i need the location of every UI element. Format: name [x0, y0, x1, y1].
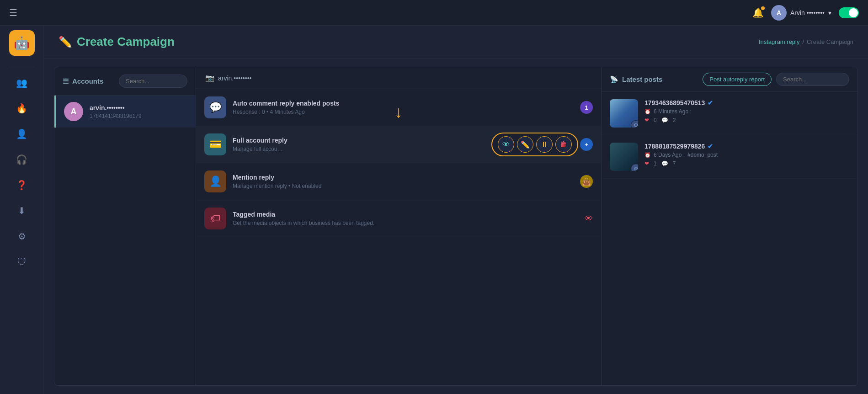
- heart-icon-1: ❤: [644, 117, 649, 123]
- sidebar-item-shield[interactable]: 🛡: [10, 250, 34, 274]
- latest-posts-panel: 📡 Latest posts Post autoreply report ⚙ 1…: [602, 67, 857, 385]
- campaign-badge-auto-comment[interactable]: 1: [580, 101, 593, 114]
- verified-icon-2: ✔: [708, 143, 713, 150]
- view-action-btn[interactable]: 👁: [498, 136, 514, 153]
- post-time-2: 6 Days Ago :: [654, 152, 685, 158]
- campaign-badge-full[interactable]: +: [580, 138, 593, 151]
- latest-posts-label: Latest posts: [622, 75, 662, 83]
- post-stats-2: ❤ 1 💬 7: [644, 160, 849, 167]
- campaign-info-auto-comment: Auto comment reply enabled posts Respons…: [233, 100, 574, 115]
- delete-action-btn[interactable]: 🗑: [555, 136, 572, 153]
- page-title-icon: ✏️: [59, 36, 72, 48]
- sidebar-divider: [9, 66, 35, 66]
- main-layout: 🤖 👥 🔥 👤 🎧 ❓ ⬇ ⚙ 🛡 ✏️ Create Campaign Ins…: [0, 26, 868, 394]
- username-label: Arvin ••••••••: [790, 9, 825, 16]
- instagram-icon: 📷: [205, 74, 214, 82]
- sidebar-item-help[interactable]: ❓: [10, 173, 34, 197]
- topnav-right: 🔔 A Arvin •••••••• ▾: [752, 5, 859, 21]
- view-tagged-btn[interactable]: 👁: [585, 214, 593, 224]
- accounts-header: ☰ Accounts: [54, 67, 196, 96]
- page-title: Create Campaign: [77, 35, 175, 49]
- middle-panel: 📷 arvin.•••••••• 💬 Auto comment reply en…: [196, 67, 602, 385]
- post-stats-1: ❤ 0 💬 2: [644, 117, 849, 123]
- user-info: A Arvin •••••••• ▾: [771, 5, 831, 21]
- post-comments-2: 7: [673, 160, 676, 167]
- account-avatar: A: [64, 102, 83, 121]
- campaign-name-tagged: Tagged media: [233, 211, 578, 218]
- action-buttons-overlay: 👁 ✏️ ⏸ 🗑: [491, 133, 578, 156]
- notification-dot: [761, 6, 765, 10]
- post-thumb-1: ⚙: [610, 99, 638, 128]
- middle-header: 📷 arvin.••••••••: [196, 67, 601, 89]
- arrow-indicator: ↓: [394, 102, 403, 122]
- campaign-item-mention: 👤 Mention reply Manage mention reply • N…: [196, 163, 601, 200]
- campaign-badge-mention[interactable]: 👜: [580, 175, 593, 188]
- ig-handle: arvin.••••••••: [218, 75, 251, 82]
- breadcrumb: Instagram reply / Create Campaign: [759, 38, 853, 45]
- post-id-text-1: 17934636895470513: [644, 99, 705, 106]
- latest-posts-header: 📡 Latest posts Post autoreply report: [602, 67, 857, 92]
- campaign-name-mention: Mention reply: [233, 174, 574, 181]
- campaign-icon-full-account: 💳: [204, 133, 226, 155]
- post-autoreply-report-btn[interactable]: Post autoreply report: [703, 73, 772, 86]
- logo-icon: 🤖: [14, 36, 30, 51]
- campaign-icon-tagged: 🏷: [204, 208, 226, 229]
- post-gear-badge-2[interactable]: ⚙: [631, 164, 638, 171]
- latest-posts-icon: 📡: [610, 75, 618, 84]
- comment-icon-1: 💬: [661, 117, 668, 123]
- campaign-sub-tagged: Get the media objects in which business …: [233, 220, 578, 226]
- post-hearts-1: 0: [654, 117, 657, 123]
- post-hashtag-2: #demo_post: [687, 152, 718, 158]
- post-comments-1: 2: [673, 117, 676, 123]
- post-info-1: 17934636895470513 ✔ ⏰ 6 Minutes Ago : ❤ …: [644, 99, 849, 123]
- account-id: 17841413433196179: [90, 113, 141, 119]
- post-gear-badge-1[interactable]: ⚙: [631, 120, 638, 128]
- post-id-2: 17888187529979826 ✔: [644, 143, 849, 150]
- post-id-1: 17934636895470513 ✔: [644, 99, 849, 106]
- accounts-icon: ☰: [63, 77, 69, 85]
- campaign-name: Auto comment reply enabled posts: [233, 100, 574, 107]
- sidebar-item-person[interactable]: 👤: [10, 122, 34, 146]
- latest-posts-title: 📡 Latest posts: [610, 75, 698, 84]
- sidebar-item-download[interactable]: ⬇: [10, 199, 34, 223]
- three-col-panel: ☰ Accounts A arvin.•••••••• 178414134331…: [54, 67, 858, 386]
- sidebar-item-fire[interactable]: 🔥: [10, 96, 34, 120]
- user-dropdown-icon[interactable]: ▾: [828, 9, 831, 16]
- accounts-search-input[interactable]: [119, 75, 187, 88]
- comment-icon-2: 💬: [661, 160, 668, 167]
- bell-icon[interactable]: 🔔: [752, 7, 764, 18]
- content-area: ✏️ Create Campaign Instagram reply / Cre…: [44, 26, 868, 394]
- topnav-left: ☰: [9, 7, 17, 18]
- verified-icon-1: ✔: [708, 99, 713, 106]
- campaign-sub-mention: Manage mention reply • Not enabled: [233, 183, 574, 189]
- accounts-title: ☰ Accounts: [63, 77, 103, 85]
- account-info: arvin.•••••••• 17841413433196179: [90, 104, 141, 119]
- breadcrumb-current: Create Campaign: [807, 38, 853, 45]
- post-thumb-2: ⚙: [610, 143, 638, 171]
- campaign-icon-auto-comment: 💬: [204, 96, 226, 118]
- account-name: arvin.••••••••: [90, 104, 141, 112]
- hamburger-menu[interactable]: ☰: [9, 7, 17, 18]
- sidebar-item-settings[interactable]: ⚙: [10, 224, 34, 248]
- breadcrumb-separator: /: [802, 38, 804, 45]
- breadcrumb-link[interactable]: Instagram reply: [759, 38, 800, 45]
- post-item-1: ⚙ 17934636895470513 ✔ ⏰ 6 Minutes Ago : …: [602, 92, 857, 135]
- campaign-sub: Response : 0 • 4 Minutes Ago: [233, 109, 574, 115]
- pause-action-btn[interactable]: ⏸: [536, 136, 553, 153]
- accounts-panel: ☰ Accounts A arvin.•••••••• 178414134331…: [54, 67, 196, 385]
- page-header: ✏️ Create Campaign Instagram reply / Cre…: [44, 26, 868, 59]
- avatar: A: [771, 5, 787, 21]
- toggle-switch[interactable]: [839, 7, 859, 18]
- post-meta-1: ⏰ 6 Minutes Ago :: [644, 108, 849, 115]
- sidebar-item-users[interactable]: 👥: [10, 71, 34, 95]
- sidebar-item-headset[interactable]: 🎧: [10, 148, 34, 171]
- clock-icon-2: ⏰: [644, 152, 651, 158]
- edit-action-btn[interactable]: ✏️: [517, 136, 533, 153]
- account-item[interactable]: A arvin.•••••••• 17841413433196179: [54, 96, 196, 128]
- campaign-item-full-account: ↓ 💳 Full account reply Manage full accou…: [196, 126, 601, 163]
- heart-icon-2: ❤: [644, 160, 649, 167]
- post-meta-2: ⏰ 6 Days Ago : #demo_post: [644, 152, 849, 158]
- sidebar-logo: 🤖: [9, 30, 35, 56]
- latest-posts-search-input[interactable]: [776, 73, 849, 86]
- accounts-label: Accounts: [72, 77, 103, 85]
